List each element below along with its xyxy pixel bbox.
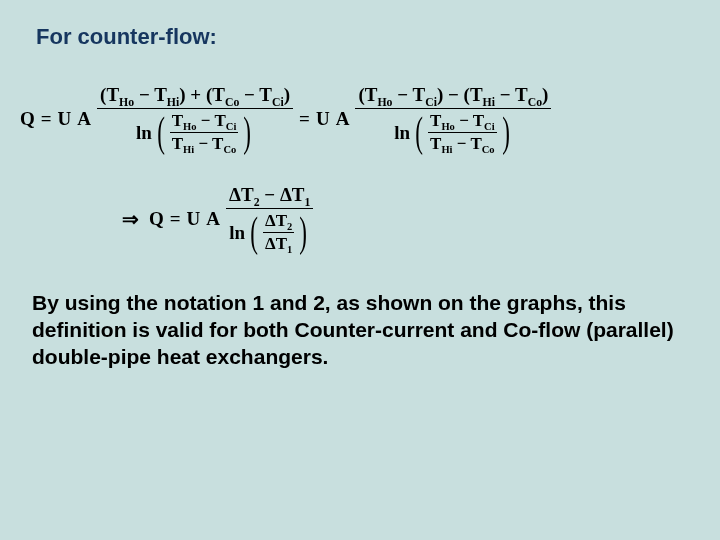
sym-U2: U (316, 108, 330, 130)
sym-eq: = (41, 108, 52, 130)
inner-fraction-1: THo − TCi THi − TCo (170, 111, 239, 154)
sym-A: A (77, 108, 91, 130)
inner-fraction-2: THo − TCi THi − TCo (428, 111, 497, 154)
paren-left-icon: ( (250, 216, 258, 250)
fraction-2: (THo − TCi) − (THi − TCo) ln ( THo − TCi (355, 84, 551, 154)
equation-1: Q = U A (THo − THi) + (TCo − TCi) ln ( T… (20, 84, 688, 154)
sym-U3: U (187, 208, 201, 230)
sym-A2: A (336, 108, 350, 130)
sym-Q: Q (20, 108, 35, 130)
equation-2: ⇒ Q = U A ΔT2 − ΔT1 ln ( ΔT2 ΔT1 (122, 184, 688, 254)
paren-left-icon: ( (157, 116, 165, 150)
paren-right-icon: ) (243, 116, 251, 150)
sym-U: U (58, 108, 72, 130)
implies-icon: ⇒ (122, 207, 139, 231)
ln-label: ln (136, 122, 152, 144)
sym-Q3: Q (149, 208, 164, 230)
paren-right-icon: ) (502, 116, 510, 150)
sym-eq2: = (299, 108, 310, 130)
fraction-1: (THo − THi) + (TCo − TCi) ln ( THo − TCi (97, 84, 293, 154)
sym-A3: A (206, 208, 220, 230)
paren-right-icon: ) (299, 216, 307, 250)
sym-eq3: = (170, 208, 181, 230)
fraction-3: ΔT2 − ΔT1 ln ( ΔT2 ΔT1 ) (226, 184, 313, 254)
inner-fraction-3: ΔT2 ΔT1 (263, 211, 294, 254)
heading-counter-flow: For counter-flow: (36, 24, 688, 50)
paren-left-icon: ( (415, 116, 423, 150)
slide: For counter-flow: Q = U A (THo − THi) + … (0, 0, 720, 540)
body-paragraph: By using the notation 1 and 2, as shown … (32, 290, 688, 371)
